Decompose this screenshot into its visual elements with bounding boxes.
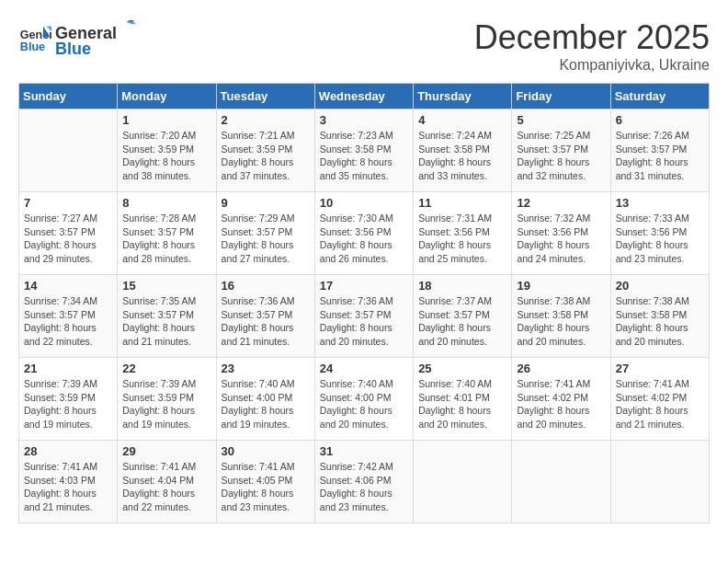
page-header: General Blue General Blue December 2025 … bbox=[18, 18, 710, 74]
calendar-week-1: 1Sunrise: 7:20 AM Sunset: 3:59 PM Daylig… bbox=[19, 109, 710, 192]
calendar-cell bbox=[19, 109, 118, 192]
day-info: Sunrise: 7:25 AM Sunset: 3:57 PM Dayligh… bbox=[517, 129, 605, 183]
header-cell-saturday: Saturday bbox=[610, 84, 709, 109]
calendar-cell: 6Sunrise: 7:26 AM Sunset: 3:57 PM Daylig… bbox=[610, 109, 709, 192]
day-info: Sunrise: 7:38 AM Sunset: 3:58 PM Dayligh… bbox=[616, 294, 704, 349]
day-info: Sunrise: 7:40 AM Sunset: 4:01 PM Dayligh… bbox=[418, 377, 506, 431]
location-subtitle: Kompaniyivka, Ukraine bbox=[474, 57, 710, 74]
logo: General Blue General Blue bbox=[18, 18, 137, 59]
day-number: 29 bbox=[122, 444, 210, 458]
logo-icon: General Blue bbox=[18, 22, 51, 55]
day-info: Sunrise: 7:35 AM Sunset: 3:57 PM Dayligh… bbox=[122, 294, 210, 349]
day-number: 20 bbox=[616, 279, 704, 293]
day-number: 11 bbox=[418, 196, 506, 210]
day-number: 28 bbox=[24, 444, 112, 458]
day-number: 15 bbox=[122, 279, 210, 293]
day-number: 7 bbox=[24, 196, 112, 210]
calendar-cell: 22Sunrise: 7:39 AM Sunset: 3:59 PM Dayli… bbox=[118, 358, 216, 441]
calendar-cell: 17Sunrise: 7:36 AM Sunset: 3:57 PM Dayli… bbox=[314, 275, 413, 358]
day-info: Sunrise: 7:26 AM Sunset: 3:57 PM Dayligh… bbox=[616, 129, 704, 183]
calendar-cell: 23Sunrise: 7:40 AM Sunset: 4:00 PM Dayli… bbox=[216, 358, 314, 441]
day-number: 2 bbox=[222, 113, 310, 127]
day-info: Sunrise: 7:34 AM Sunset: 3:57 PM Dayligh… bbox=[24, 294, 112, 349]
day-number: 18 bbox=[418, 279, 506, 293]
calendar-cell bbox=[512, 441, 610, 523]
day-number: 31 bbox=[320, 444, 408, 458]
day-info: Sunrise: 7:41 AM Sunset: 4:04 PM Dayligh… bbox=[122, 460, 210, 514]
calendar-cell: 13Sunrise: 7:33 AM Sunset: 3:56 PM Dayli… bbox=[610, 192, 709, 275]
calendar-cell bbox=[414, 441, 512, 523]
day-info: Sunrise: 7:30 AM Sunset: 3:56 PM Dayligh… bbox=[320, 212, 408, 266]
calendar-week-5: 28Sunrise: 7:41 AM Sunset: 4:03 PM Dayli… bbox=[19, 441, 710, 523]
calendar-cell: 31Sunrise: 7:42 AM Sunset: 4:06 PM Dayli… bbox=[314, 441, 413, 523]
calendar-cell: 26Sunrise: 7:41 AM Sunset: 4:02 PM Dayli… bbox=[512, 358, 610, 441]
header-cell-wednesday: Wednesday bbox=[314, 84, 413, 109]
day-number: 24 bbox=[320, 362, 408, 375]
calendar-cell: 4Sunrise: 7:24 AM Sunset: 3:58 PM Daylig… bbox=[414, 109, 512, 192]
calendar-cell: 11Sunrise: 7:31 AM Sunset: 3:56 PM Dayli… bbox=[414, 192, 512, 275]
day-info: Sunrise: 7:29 AM Sunset: 3:57 PM Dayligh… bbox=[222, 212, 310, 266]
day-number: 26 bbox=[517, 362, 605, 375]
svg-text:Blue: Blue bbox=[20, 40, 45, 53]
day-number: 25 bbox=[418, 362, 506, 375]
day-info: Sunrise: 7:42 AM Sunset: 4:06 PM Dayligh… bbox=[320, 460, 408, 514]
day-number: 14 bbox=[24, 279, 112, 293]
calendar-cell: 14Sunrise: 7:34 AM Sunset: 3:57 PM Dayli… bbox=[19, 275, 118, 358]
calendar-cell: 25Sunrise: 7:40 AM Sunset: 4:01 PM Dayli… bbox=[414, 358, 512, 441]
calendar-cell: 7Sunrise: 7:27 AM Sunset: 3:57 PM Daylig… bbox=[19, 192, 118, 275]
calendar-cell: 30Sunrise: 7:41 AM Sunset: 4:05 PM Dayli… bbox=[216, 441, 314, 523]
day-info: Sunrise: 7:40 AM Sunset: 4:00 PM Dayligh… bbox=[320, 377, 408, 431]
calendar-cell: 1Sunrise: 7:20 AM Sunset: 3:59 PM Daylig… bbox=[118, 109, 216, 192]
day-info: Sunrise: 7:41 AM Sunset: 4:02 PM Dayligh… bbox=[517, 377, 605, 431]
title-block: December 2025 Kompaniyivka, Ukraine bbox=[474, 18, 710, 74]
day-info: Sunrise: 7:20 AM Sunset: 3:59 PM Dayligh… bbox=[122, 129, 210, 183]
calendar-cell: 8Sunrise: 7:28 AM Sunset: 3:57 PM Daylig… bbox=[118, 192, 216, 275]
day-info: Sunrise: 7:23 AM Sunset: 3:58 PM Dayligh… bbox=[320, 129, 408, 183]
calendar-cell: 28Sunrise: 7:41 AM Sunset: 4:03 PM Dayli… bbox=[19, 441, 118, 523]
calendar-cell: 15Sunrise: 7:35 AM Sunset: 3:57 PM Dayli… bbox=[118, 275, 216, 358]
day-number: 13 bbox=[616, 196, 704, 210]
day-number: 8 bbox=[122, 196, 210, 210]
logo-bird-icon bbox=[118, 18, 136, 39]
month-title: December 2025 bbox=[474, 18, 710, 57]
day-number: 9 bbox=[222, 196, 310, 210]
day-number: 17 bbox=[320, 279, 408, 293]
day-number: 23 bbox=[222, 362, 310, 375]
day-info: Sunrise: 7:27 AM Sunset: 3:57 PM Dayligh… bbox=[24, 212, 112, 266]
header-row: SundayMondayTuesdayWednesdayThursdayFrid… bbox=[19, 84, 710, 109]
day-info: Sunrise: 7:39 AM Sunset: 3:59 PM Dayligh… bbox=[122, 377, 210, 431]
day-number: 19 bbox=[517, 279, 605, 293]
day-info: Sunrise: 7:41 AM Sunset: 4:05 PM Dayligh… bbox=[222, 460, 310, 514]
header-cell-monday: Monday bbox=[118, 84, 216, 109]
day-number: 22 bbox=[122, 362, 210, 375]
calendar-body: 1Sunrise: 7:20 AM Sunset: 3:59 PM Daylig… bbox=[19, 109, 710, 523]
day-info: Sunrise: 7:37 AM Sunset: 3:57 PM Dayligh… bbox=[418, 294, 506, 349]
day-info: Sunrise: 7:41 AM Sunset: 4:02 PM Dayligh… bbox=[616, 377, 704, 431]
calendar-cell: 12Sunrise: 7:32 AM Sunset: 3:56 PM Dayli… bbox=[512, 192, 610, 275]
calendar-cell: 5Sunrise: 7:25 AM Sunset: 3:57 PM Daylig… bbox=[512, 109, 610, 192]
day-number: 27 bbox=[616, 362, 704, 375]
calendar-table: SundayMondayTuesdayWednesdayThursdayFrid… bbox=[18, 83, 710, 523]
calendar-week-4: 21Sunrise: 7:39 AM Sunset: 3:59 PM Dayli… bbox=[19, 358, 710, 441]
day-info: Sunrise: 7:24 AM Sunset: 3:58 PM Dayligh… bbox=[418, 129, 506, 183]
calendar-cell: 24Sunrise: 7:40 AM Sunset: 4:00 PM Dayli… bbox=[314, 358, 413, 441]
day-number: 12 bbox=[517, 196, 605, 210]
header-cell-sunday: Sunday bbox=[19, 84, 118, 109]
calendar-cell: 2Sunrise: 7:21 AM Sunset: 3:59 PM Daylig… bbox=[216, 109, 314, 192]
day-info: Sunrise: 7:39 AM Sunset: 3:59 PM Dayligh… bbox=[24, 377, 112, 431]
calendar-cell: 18Sunrise: 7:37 AM Sunset: 3:57 PM Dayli… bbox=[414, 275, 512, 358]
day-info: Sunrise: 7:36 AM Sunset: 3:57 PM Dayligh… bbox=[320, 294, 408, 349]
calendar-cell: 16Sunrise: 7:36 AM Sunset: 3:57 PM Dayli… bbox=[216, 275, 314, 358]
day-number: 21 bbox=[24, 362, 112, 375]
calendar-cell: 27Sunrise: 7:41 AM Sunset: 4:02 PM Dayli… bbox=[610, 358, 709, 441]
day-number: 5 bbox=[517, 113, 605, 127]
calendar-cell: 3Sunrise: 7:23 AM Sunset: 3:58 PM Daylig… bbox=[314, 109, 413, 192]
day-info: Sunrise: 7:41 AM Sunset: 4:03 PM Dayligh… bbox=[24, 460, 112, 514]
calendar-cell: 9Sunrise: 7:29 AM Sunset: 3:57 PM Daylig… bbox=[216, 192, 314, 275]
day-info: Sunrise: 7:28 AM Sunset: 3:57 PM Dayligh… bbox=[122, 212, 210, 266]
calendar-cell: 10Sunrise: 7:30 AM Sunset: 3:56 PM Dayli… bbox=[314, 192, 413, 275]
calendar-week-2: 7Sunrise: 7:27 AM Sunset: 3:57 PM Daylig… bbox=[19, 192, 710, 275]
day-info: Sunrise: 7:38 AM Sunset: 3:58 PM Dayligh… bbox=[517, 294, 605, 349]
day-number: 3 bbox=[320, 113, 408, 127]
calendar-cell: 21Sunrise: 7:39 AM Sunset: 3:59 PM Dayli… bbox=[19, 358, 118, 441]
